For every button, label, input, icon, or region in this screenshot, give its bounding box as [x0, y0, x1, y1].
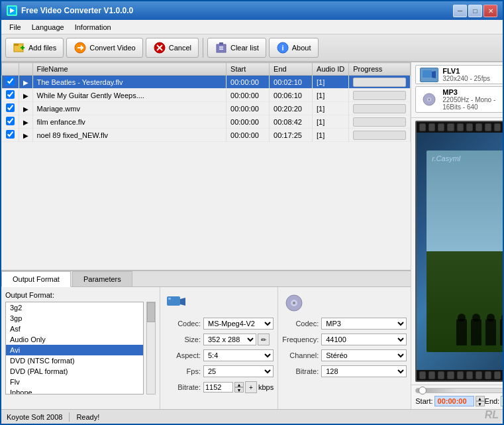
format-item-3g2[interactable]: 3g2 — [6, 302, 143, 313]
film-hole — [485, 123, 491, 131]
format-item-flv[interactable]: Flv — [6, 377, 143, 387]
start-time-spinner: ▲ ▼ — [476, 396, 485, 406]
bitrate-up[interactable]: ▲ — [234, 382, 244, 387]
audio-channel-select[interactable]: Stéréo — [321, 349, 407, 361]
row-audio: [1] — [313, 89, 349, 102]
row-checkbox[interactable] — [2, 89, 19, 102]
row-filename: noel 89 fixed_NEW.flv — [32, 129, 227, 142]
end-time-field[interactable] — [501, 396, 503, 406]
start-time-field[interactable] — [434, 396, 474, 406]
bitrate-down[interactable]: ▼ — [234, 387, 244, 393]
menu-language[interactable]: Language — [26, 22, 70, 32]
format-item-avi[interactable]: Avi — [6, 345, 143, 355]
table-row[interactable]: ▶ The Beatles - Yesterday.flv 00:00:00 0… — [2, 76, 411, 89]
table-row[interactable]: ▶ noel 89 fixed_NEW.flv 00:00:00 00:17:2… — [2, 129, 411, 142]
format-list[interactable]: 3g2 3gp Asf Audio Only Avi DVD (NTSC for… — [5, 302, 144, 395]
video-codec-select[interactable]: MS-Mpeg4-V2 — [203, 318, 274, 330]
film-hole — [447, 371, 454, 379]
format-item-dvd-pal[interactable]: DVD (PAL format) — [6, 366, 143, 377]
row-filename: The Beatles - Yesterday.flv — [32, 76, 227, 89]
video-size-row: Size: 352 x 288 ✏ — [164, 334, 274, 345]
progress-bar — [353, 91, 406, 100]
minimize-button[interactable]: ─ — [453, 5, 467, 17]
cancel-label: Cancel — [169, 44, 191, 52]
tab-parameters[interactable]: Parameters — [72, 271, 132, 286]
size-extras: 352 x 288 ✏ — [203, 334, 270, 345]
video-bitrate-input[interactable] — [203, 382, 233, 393]
table-row[interactable]: ▶ Mariage.wmv 00:00:00 00:20:20 [1] — [2, 102, 411, 115]
progress-bar — [353, 117, 406, 127]
end-label: End: — [485, 397, 500, 405]
clear-list-button[interactable]: Clear list — [207, 38, 266, 58]
format-item-asf[interactable]: Asf — [6, 324, 143, 334]
start-down[interactable]: ▼ — [476, 401, 485, 406]
maximize-button[interactable]: □ — [468, 5, 482, 17]
about-label: About — [292, 44, 311, 52]
menu-file[interactable]: File — [4, 22, 26, 32]
main-window: Free Video Converter V1.0.0.0 ─ □ ✕ File… — [0, 0, 504, 425]
format-item-3gp[interactable]: 3gp — [6, 313, 143, 324]
cancel-button[interactable]: Cancel — [146, 38, 199, 58]
row-checkbox[interactable] — [2, 115, 19, 129]
col-filename: FileName — [32, 63, 227, 76]
video-aspect-select[interactable]: 5:4 — [203, 349, 274, 361]
video-size-select[interactable]: 352 x 288 — [203, 334, 256, 345]
video-fps-select[interactable]: 25 — [203, 365, 274, 377]
band-member-3 — [485, 319, 496, 345]
row-icon: ▶ — [19, 76, 32, 89]
scrollbar-thumb[interactable] — [147, 302, 155, 322]
format-list-container: 3g2 3gp Asf Audio Only Avi DVD (NTSC for… — [5, 302, 156, 395]
audio-frequency-select[interactable]: 44100 — [321, 334, 407, 345]
close-button[interactable]: ✕ — [483, 5, 497, 17]
audio-bitrate-select[interactable]: 128 — [321, 365, 407, 377]
size-edit-button[interactable]: ✏ — [258, 334, 270, 345]
right-panel: FLV1 320x240 - 25fps [000] — [411, 62, 503, 409]
table-row[interactable]: ▶ film enfance.flv 00:00:00 00:08:42 [1] — [2, 115, 411, 129]
video-bitrate-label: Bitrate: — [164, 383, 201, 391]
menu-information[interactable]: Information — [70, 22, 117, 32]
audio-frequency-row: Frequency: 44100 — [282, 334, 407, 345]
film-hole — [438, 371, 444, 379]
audio-codec-select[interactable]: MP3 — [321, 318, 407, 330]
timeline-slider[interactable] — [415, 388, 503, 393]
row-checkbox[interactable] — [2, 76, 19, 89]
format-item-audio-only[interactable]: Audio Only — [6, 334, 143, 345]
preview-video: r.Casyml — [417, 133, 503, 370]
row-icon: ▶ — [19, 89, 32, 102]
about-button[interactable]: i About — [269, 38, 319, 58]
row-end: 00:06:10 — [270, 89, 313, 102]
tab-output-format[interactable]: Output Format — [1, 271, 71, 287]
progress-bar — [353, 131, 406, 140]
film-hole — [494, 371, 501, 379]
format-scrollbar[interactable] — [146, 302, 156, 395]
row-checkbox[interactable] — [2, 129, 19, 142]
audio-codec-section: Codec: MP3 Frequency: 44100 — [278, 287, 411, 409]
table-row[interactable]: ▶ While My Guitar Gently Weeps.... 00:00… — [2, 89, 411, 102]
row-audio: [1] — [313, 129, 349, 142]
audio-bitrate-row: Bitrate: 128 — [282, 365, 407, 377]
audio-format-icon — [420, 92, 438, 107]
row-checkbox[interactable] — [2, 102, 19, 115]
row-progress — [349, 115, 411, 129]
format-item-dvd-ntsc[interactable]: DVD (NTSC format) — [6, 355, 143, 366]
add-files-button[interactable]: Add files — [5, 38, 64, 58]
row-progress — [349, 76, 411, 89]
row-end: 00:20:20 — [270, 102, 313, 115]
format-item-iphone[interactable]: Iphone — [6, 387, 143, 395]
row-progress — [349, 89, 411, 102]
bitrate-add-button[interactable]: + — [245, 381, 257, 393]
convert-video-button[interactable]: Convert Video — [66, 38, 143, 58]
video-codec-row: Codec: MS-Mpeg4-V2 — [164, 318, 274, 330]
svg-rect-22 — [423, 70, 432, 78]
svg-text:i: i — [281, 44, 283, 52]
preview-area: r.Casyml — [415, 121, 503, 382]
bitrate-row: ▲ ▼ + kbps — [203, 381, 274, 393]
col-icon — [19, 63, 32, 76]
timeline-thumb[interactable] — [419, 387, 427, 395]
status-divider — [69, 412, 70, 422]
svg-rect-18 — [168, 298, 171, 300]
kbps-label: kbps — [258, 383, 274, 391]
start-label: Start: — [415, 397, 432, 405]
start-up[interactable]: ▲ — [476, 396, 485, 401]
video-aspect-label: Aspect: — [164, 351, 201, 359]
